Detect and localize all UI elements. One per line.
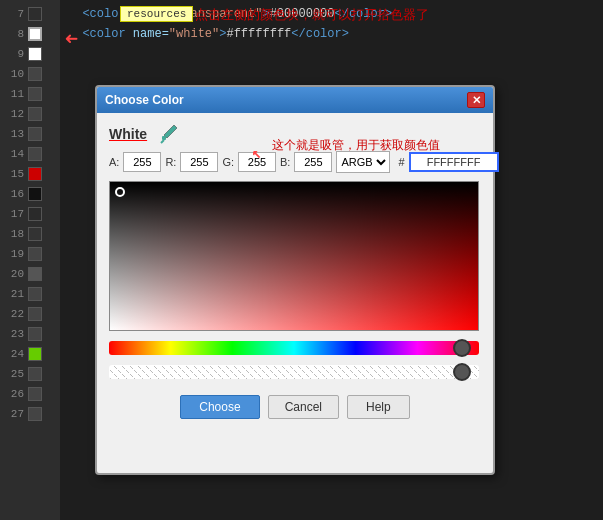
dialog-titlebar: Choose Color ✕ xyxy=(97,87,493,113)
format-select[interactable]: ARGB RGB HSB xyxy=(336,151,390,173)
line-row: 12 xyxy=(0,104,60,124)
line-row: 13 xyxy=(0,124,60,144)
color-swatch[interactable] xyxy=(28,227,42,241)
color-swatch[interactable] xyxy=(28,207,42,221)
color-swatch[interactable] xyxy=(28,307,42,321)
color-swatch[interactable] xyxy=(28,387,42,401)
channel-r-input[interactable] xyxy=(180,152,218,172)
channel-b-input[interactable] xyxy=(294,152,332,172)
channel-a-label: A: xyxy=(109,156,119,168)
svg-rect-0 xyxy=(162,136,166,140)
line-row: 24 xyxy=(0,344,60,364)
line-row: 20 xyxy=(0,264,60,284)
line-number: 27 xyxy=(4,408,24,420)
annotation-text: 点击左侧的颜色块，就可以打开拾色器了 xyxy=(195,6,429,24)
gradient-selector[interactable] xyxy=(115,187,125,197)
channel-r-label: R: xyxy=(165,156,176,168)
tooltip-label: resources xyxy=(127,8,186,20)
color-swatch[interactable] xyxy=(28,407,42,421)
hue-thumb[interactable] xyxy=(453,339,471,357)
color-swatch-red[interactable] xyxy=(28,167,42,181)
color-name-label: White xyxy=(109,126,147,142)
line-number: 22 xyxy=(4,308,24,320)
color-swatch-green[interactable] xyxy=(28,347,42,361)
help-button[interactable]: Help xyxy=(347,395,410,419)
color-swatch-white[interactable] xyxy=(28,27,42,41)
line-number: 16 xyxy=(4,188,24,200)
color-picker-dialog: Choose Color ✕ White ↖ 这个就是吸管，用于获取颜色值 A:… xyxy=(95,85,495,475)
line-number: 9 xyxy=(4,48,24,60)
gradient-background xyxy=(110,182,478,330)
color-swatch[interactable] xyxy=(28,247,42,261)
line-number: 14 xyxy=(4,148,24,160)
line-row: 16 xyxy=(0,184,60,204)
line-number: 12 xyxy=(4,108,24,120)
line-number: 17 xyxy=(4,208,24,220)
annotation-tooltip: resources xyxy=(120,6,193,22)
color-swatch[interactable] xyxy=(28,127,42,141)
line-number: 21 xyxy=(4,288,24,300)
channel-g-label: G: xyxy=(222,156,234,168)
line-row: 8 xyxy=(0,24,60,44)
line-number: 13 xyxy=(4,128,24,140)
dialog-buttons: Choose Cancel Help xyxy=(109,395,481,419)
line-number: 20 xyxy=(4,268,24,280)
line-row: 19 xyxy=(0,244,60,264)
hex-label: # xyxy=(398,156,404,168)
line-number: 23 xyxy=(4,328,24,340)
choose-button[interactable]: Choose xyxy=(180,395,259,419)
line-number: 10 xyxy=(4,68,24,80)
channel-b-label: B: xyxy=(280,156,290,168)
color-swatch[interactable] xyxy=(28,327,42,341)
color-swatch[interactable] xyxy=(28,367,42,381)
color-swatch[interactable] xyxy=(28,107,42,121)
line-number: 19 xyxy=(4,248,24,260)
line-number: 24 xyxy=(4,348,24,360)
close-icon: ✕ xyxy=(472,94,481,107)
eyedropper-annotation-arrow: ↖ xyxy=(252,143,262,163)
line-number: 8 xyxy=(4,28,24,40)
line-number: 7 xyxy=(4,8,24,20)
color-swatch[interactable] xyxy=(28,67,42,81)
line-row: 10 xyxy=(0,64,60,84)
alpha-slider[interactable] xyxy=(109,365,479,379)
hue-slider-container xyxy=(109,341,479,359)
alpha-thumb[interactable] xyxy=(453,363,471,381)
line-row: 14 xyxy=(0,144,60,164)
color-swatch[interactable] xyxy=(28,187,42,201)
line-number: 11 xyxy=(4,88,24,100)
line-row: 15 xyxy=(0,164,60,184)
line-row: 9 xyxy=(0,44,60,64)
line-number: 15 xyxy=(4,168,24,180)
dialog-body: White ↖ 这个就是吸管，用于获取颜色值 A: R: G: B: ARGB … xyxy=(97,113,493,429)
argb-row: A: R: G: B: ARGB RGB HSB # xyxy=(109,151,481,173)
channel-a-input[interactable] xyxy=(123,152,161,172)
line-row: 23 xyxy=(0,324,60,344)
code-line-9: <color name="white">#ffffffff</color> xyxy=(68,24,595,44)
hex-input[interactable] xyxy=(409,152,499,172)
hue-slider[interactable] xyxy=(109,341,479,355)
line-row: 25 xyxy=(0,364,60,384)
line-number: 25 xyxy=(4,368,24,380)
line-row: 11 xyxy=(0,84,60,104)
color-swatch[interactable] xyxy=(28,7,42,21)
color-swatch[interactable] xyxy=(28,47,42,61)
eyedropper-icon[interactable] xyxy=(157,123,179,145)
color-swatch[interactable] xyxy=(28,287,42,301)
color-gradient-picker[interactable] xyxy=(109,181,479,331)
annotation-arrow: ➜ xyxy=(65,26,78,53)
line-row: 21 xyxy=(0,284,60,304)
alpha-slider-container xyxy=(109,365,479,383)
color-swatch[interactable] xyxy=(28,147,42,161)
line-numbers-panel: 7 8 9 10 11 12 13 14 15 16 17 xyxy=(0,0,60,520)
line-row: 7 xyxy=(0,4,60,24)
line-row: 26 xyxy=(0,384,60,404)
color-swatch[interactable] xyxy=(28,267,42,281)
line-number: 18 xyxy=(4,228,24,240)
svg-line-1 xyxy=(161,140,164,143)
line-row: 18 xyxy=(0,224,60,244)
eyedropper-annotation-text: 这个就是吸管，用于获取颜色值 xyxy=(272,137,440,154)
dialog-close-button[interactable]: ✕ xyxy=(467,92,485,108)
cancel-button[interactable]: Cancel xyxy=(268,395,339,419)
color-swatch[interactable] xyxy=(28,87,42,101)
